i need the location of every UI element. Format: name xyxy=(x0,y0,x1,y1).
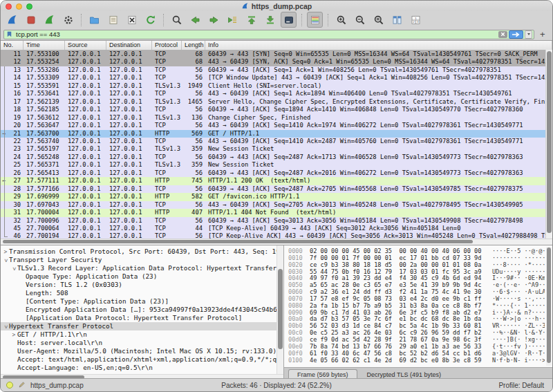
collapse-icon[interactable]: > xyxy=(10,265,18,272)
go-first-button[interactable] xyxy=(243,12,259,28)
resize-columns-button[interactable] xyxy=(389,12,405,28)
packet-row-29[interactable]: 2917.696999127.0.0.1127.0.0.1HTTP582GET … xyxy=(1,193,552,200)
go-forward-button[interactable] xyxy=(206,12,222,28)
detail-line[interactable]: >Transmission Control Protocol, Src Port… xyxy=(1,248,277,256)
detail-line[interactable]: [Application Data Protocol: Hypertext Tr… xyxy=(1,314,277,322)
detail-line[interactable]: Encrypted Application Data […]: 953ca949… xyxy=(1,306,277,314)
stop-capture-button[interactable] xyxy=(23,12,39,28)
packet-row-16[interactable]: 1617.553641127.0.0.1127.0.0.1TCP56443 → … xyxy=(1,90,552,97)
packet-row-21[interactable]: 21→17.563700127.0.0.1127.0.0.1HTTP569GET… xyxy=(1,130,552,138)
expand-icon[interactable]: > xyxy=(2,248,9,256)
column-header-destination[interactable]: Destination xyxy=(106,41,152,50)
detail-line[interactable]: >TLSv1.3 Record Layer: Application Data … xyxy=(1,264,277,272)
detail-line[interactable]: >GET / HTTP/1.1\r\n xyxy=(1,330,277,339)
auto-scroll-button[interactable] xyxy=(281,12,297,28)
expand-icon[interactable]: > xyxy=(10,331,17,339)
zoom-out-button[interactable] xyxy=(352,12,368,28)
hex-row-0000[interactable]: 0000 02 00 00 00 45 00 02 35 00 00 40 00… xyxy=(288,248,545,255)
detail-line[interactable]: [Content Type: Application Data (23)] xyxy=(1,297,277,306)
packet-row-45[interactable]: 4527.700064127.0.0.1127.0.0.1TCP44[TCP K… xyxy=(1,225,552,232)
column-header-no[interactable]: No. xyxy=(1,41,24,50)
packet-list-vscrollbar[interactable] xyxy=(545,50,552,239)
hex-row-0060[interactable]: 0060 c9 a2 36 e1 24 dd ff d3 f2 41 1a 75… xyxy=(288,289,545,296)
capture-options-button[interactable] xyxy=(60,12,76,28)
hex-row-00d0[interactable]: 00d0 ce f9 0d ac 5d 42 28 9f 21 78 67 0a… xyxy=(288,337,545,344)
hex-row-0080[interactable]: 0080 2a fa 1b 15 b7 7b a9 b5 31 b3 8a 0a… xyxy=(288,303,545,310)
bookmark-icon[interactable] xyxy=(6,30,13,38)
packet-list-hscrollbar[interactable] xyxy=(1,239,552,245)
details-vscrollbar-thumb[interactable] xyxy=(278,269,283,349)
hex-row-0010[interactable]: 0010 7f 00 00 01 7f 00 00 01 ec 17 01 bb… xyxy=(288,255,545,262)
hex-vscrollbar-thumb[interactable] xyxy=(547,248,551,363)
hex-row-00c0[interactable]: 00c0 0e c5 25 a3 ac 26 4e 03 6c c9 26 96… xyxy=(288,330,545,337)
hex-row-0040[interactable]: 0040 49 97 f0 a1 39 23 dd e4 f4 30 45 c9… xyxy=(288,275,545,282)
packet-row-30[interactable]: 3017.697043127.0.0.1127.0.0.1TCP56443 → … xyxy=(1,201,552,209)
hex-row-0100[interactable]: 0100 4e 05 66 02 62 c1 4e 2d 69 d2 bc e0… xyxy=(288,357,545,364)
packet-row-17[interactable]: 1717.562139127.0.0.1127.0.0.1TLSv1.31465… xyxy=(1,98,552,106)
hex-row-0020[interactable]: 0020 ce c9 b3 38 80 18 18 d5 00 2a 00 00… xyxy=(288,262,545,269)
packet-row-23[interactable]: 2317.565197127.0.0.1127.0.0.1TLSv1.3359N… xyxy=(1,145,552,153)
detail-line[interactable]: Opaque Type: Application Data (23) xyxy=(1,272,277,281)
packet-row-26[interactable]: 2617.565413127.0.0.1127.0.0.1TCP5660439 … xyxy=(1,169,552,177)
hex-row-0030[interactable]: 0030 55 44 75 0b f0 16 12 79 17 03 03 01… xyxy=(288,269,545,276)
packet-row-31[interactable]: 3117.700004127.0.0.1127.0.0.1HTTP407HTTP… xyxy=(1,209,552,216)
hex-row-0050[interactable]: 0050 a5 65 ac 28 0e c3 65 e7 e3 5e 41 39… xyxy=(288,282,545,289)
layout-button[interactable]: 123 xyxy=(408,12,424,28)
packet-row-24[interactable]: 2417.565248127.0.0.1127.0.0.1TCP5660439 … xyxy=(1,153,552,161)
add-filter-button[interactable]: + xyxy=(540,30,545,39)
column-header-protocol[interactable]: Protocol xyxy=(152,41,182,50)
find-packet-button[interactable] xyxy=(169,12,185,28)
detail-line[interactable]: Length: 508 xyxy=(1,289,277,297)
collapse-icon[interactable]: > xyxy=(1,324,10,330)
hex-row-00e0[interactable]: 00e0 7b 8a 74 bd 13 b7 66 76 29 a0 e1 1b… xyxy=(288,344,545,351)
collapse-icon[interactable]: > xyxy=(1,257,10,264)
restart-capture-button[interactable] xyxy=(41,12,57,28)
packet-row-32[interactable]: 3217.700096127.0.0.1127.0.0.1TCP5660439 … xyxy=(1,217,552,225)
hscrollbar-thumb[interactable] xyxy=(3,240,473,243)
packet-row-18[interactable]: 1817.562185127.0.0.1127.0.0.1TCP5660439 … xyxy=(1,106,552,113)
colorize-button[interactable] xyxy=(307,12,323,28)
packet-row-25[interactable]: 2517.565371127.0.0.1127.0.0.1TLSv1.3359N… xyxy=(1,161,552,169)
packet-row-28[interactable]: 2817.577166127.0.0.1127.0.0.1TCP5660439 … xyxy=(1,185,552,193)
detail-line[interactable]: Version: TLS 1.2 (0x0303) xyxy=(1,281,277,289)
details-vscrollbar[interactable] xyxy=(276,245,283,375)
hex-row-0090[interactable]: 0090 69 9b c1 7d 41 03 ab 26 6e 3f c5 b9… xyxy=(288,310,545,317)
detail-line[interactable]: User-Agent: Mozilla/5.0 (Macintosh; Inte… xyxy=(1,347,277,355)
packet-row-11[interactable]: 1117.553100127.0.0.1127.0.0.1TCP6860439 … xyxy=(1,50,552,58)
go-to-packet-button[interactable] xyxy=(225,12,241,28)
column-header-source[interactable]: Source xyxy=(65,41,106,50)
hex-row-00b0[interactable]: 00b0 56 52 03 d3 1d ce 84 c7 bc 5a 4c 1b… xyxy=(288,323,545,330)
vscrollbar-thumb[interactable] xyxy=(547,51,552,233)
reload-file-button[interactable] xyxy=(142,12,158,28)
packet-row-27[interactable]: 27←17.577111127.0.0.1127.0.0.1HTTP745HTT… xyxy=(1,177,552,185)
go-last-button[interactable] xyxy=(262,12,278,28)
zoom-original-button[interactable] xyxy=(371,12,386,28)
hex-row-00a0[interactable]: 00a0 da d7 b3 57 05 3e 7c 6f e1 bc dc 68… xyxy=(288,316,545,323)
packet-row-15[interactable]: 1517.553591127.0.0.1127.0.0.1TLSv1.31949… xyxy=(1,82,552,90)
clear-filter-button[interactable] xyxy=(498,31,507,38)
packet-row-13[interactable]: 1317.553286127.0.0.1127.0.0.1TCP5660439 … xyxy=(1,66,552,74)
column-header-info[interactable]: Info xyxy=(205,41,552,50)
hex-row-00f0[interactable]: 00f0 61 f0 33 40 6c 47 56 c8 bc 52 b2 d6… xyxy=(288,351,545,357)
packet-row-22[interactable]: 2217.563740127.0.0.1127.0.0.1TCP56443 → … xyxy=(1,138,552,145)
packet-row-20[interactable]: 2017.563647127.0.0.1127.0.0.1TCP56443 → … xyxy=(1,122,552,129)
zoom-in-button[interactable] xyxy=(333,12,349,28)
packet-row-14[interactable]: 1417.553309127.0.0.1127.0.0.1TCP56[TCP W… xyxy=(1,74,552,82)
column-header-time[interactable]: Time xyxy=(24,41,65,50)
close-file-button[interactable] xyxy=(124,12,140,28)
apply-filter-button[interactable] xyxy=(509,30,523,39)
packet-row-19[interactable]: 1917.563612127.0.0.1127.0.0.1TLSv1.3136C… xyxy=(1,114,552,122)
detail-line[interactable]: >Hypertext Transfer Protocol xyxy=(1,322,277,330)
detail-line[interactable]: Accept-Language: en-US,en;q=0.5\r\n xyxy=(1,364,277,372)
filter-input[interactable] xyxy=(15,30,498,39)
open-file-button[interactable] xyxy=(86,12,102,28)
save-file-button[interactable] xyxy=(105,12,121,28)
go-back-button[interactable] xyxy=(187,12,203,28)
column-header-length[interactable]: Length xyxy=(182,41,205,50)
start-capture-button[interactable] xyxy=(4,12,20,28)
detail-line[interactable]: Host: server.local\r\n xyxy=(1,339,277,347)
hex-vscrollbar[interactable] xyxy=(546,247,552,366)
hex-row-0070[interactable]: 0070 17 57 e8 ef 9c 05 08 73 03 e4 2c d0… xyxy=(288,296,545,303)
detail-line[interactable]: Accept: text/html,application/xhtml+xml,… xyxy=(1,355,277,364)
detail-line[interactable]: >Transport Layer Security xyxy=(1,256,277,264)
